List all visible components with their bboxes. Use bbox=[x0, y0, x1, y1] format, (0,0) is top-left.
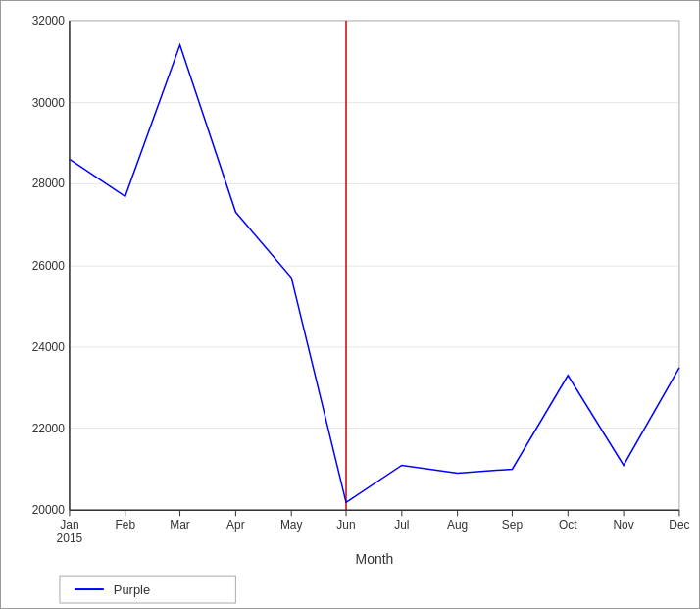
xlabel-apr: Apr bbox=[226, 518, 245, 532]
xlabel-feb: Feb bbox=[115, 518, 135, 532]
xlabel-mar: Mar bbox=[170, 518, 190, 532]
xlabel-jul: Jul bbox=[394, 518, 409, 532]
ytick-28000: 28000 bbox=[32, 177, 66, 190]
xlabel-jun: Jun bbox=[336, 518, 355, 532]
xlabel-may: May bbox=[280, 518, 303, 532]
ytick-24000: 24000 bbox=[32, 340, 66, 354]
xlabel-jan: Jan bbox=[60, 518, 78, 532]
xlabel-aug: Aug bbox=[447, 518, 468, 532]
ytick-30000: 30000 bbox=[32, 96, 66, 110]
xlabel-2015: 2015 bbox=[57, 532, 83, 545]
xlabel-oct: Oct bbox=[559, 518, 577, 532]
ytick-32000: 32000 bbox=[32, 14, 66, 27]
plot-border bbox=[70, 21, 679, 510]
ytick-26000: 26000 bbox=[32, 259, 66, 273]
xlabel-sep: Sep bbox=[502, 518, 524, 532]
ytick-20000: 20000 bbox=[32, 503, 66, 517]
chart-container: // We'll draw via inline SVG directly 20… bbox=[0, 0, 700, 609]
ytick-22000: 22000 bbox=[32, 422, 66, 435]
xlabel-dec: Dec bbox=[669, 518, 689, 532]
xlabel-label: Month bbox=[356, 551, 394, 567]
xlabel-nov: Nov bbox=[613, 518, 633, 532]
legend-label: Purple bbox=[114, 583, 150, 597]
